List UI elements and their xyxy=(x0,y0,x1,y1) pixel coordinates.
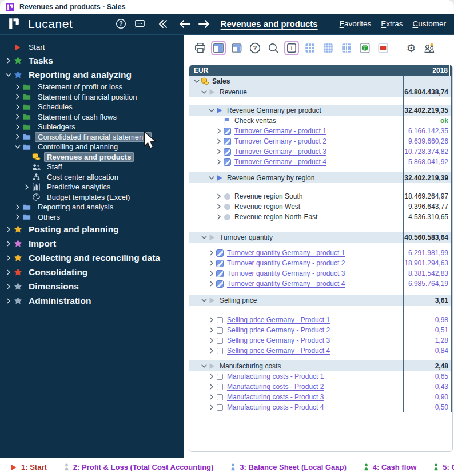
sidebar-item-start[interactable]: Start xyxy=(0,41,184,53)
chevron-right-icon[interactable] xyxy=(208,317,215,323)
table-row-turnover-germany-product-4[interactable]: Turnover Germany - product 45.868.041,92 xyxy=(189,157,452,167)
sidebar-item-schedules[interactable]: Schedules xyxy=(0,102,184,112)
gear-icon[interactable]: ⚙ xyxy=(404,41,419,55)
table-row-revenue-germany-by-region[interactable]: Revenue Germany by region32.402.219,39 xyxy=(189,172,452,183)
row-label[interactable]: Turnover Germany - product 1 xyxy=(234,127,326,135)
sidebar-item-administration[interactable]: Administration xyxy=(0,293,184,308)
sidebar-item-statement-of-financial-position[interactable]: Statement of financial position xyxy=(0,92,184,102)
row-label[interactable]: Turnover quantity Germany - product 1 xyxy=(227,249,345,257)
chevron-down-icon[interactable] xyxy=(200,235,208,240)
chevron-right-icon[interactable] xyxy=(5,241,13,247)
chevron-right-icon[interactable] xyxy=(208,374,215,379)
table-row-turnover-germany-product-2[interactable]: Turnover Germany - product 29.639.660,26 xyxy=(189,136,452,146)
row-label[interactable]: Manufacturing costs - Product 2 xyxy=(227,383,324,391)
sidebar-item-subledgers[interactable]: Subledgers xyxy=(0,122,184,132)
chevron-down-icon[interactable] xyxy=(200,298,208,303)
table-row-selling-price-germany-product-1[interactable]: Selling price Germany - Product 10,98 xyxy=(189,315,452,325)
layout-top-icon[interactable] xyxy=(229,41,244,55)
table-row-selling-price-germany-product-3[interactable]: Selling price Germany - Product 31,28 xyxy=(189,335,452,346)
chevron-right-icon[interactable] xyxy=(215,204,222,209)
sidebar-item-budget-templates-excel[interactable]: Budget templates (Excel) xyxy=(0,192,184,203)
chevron-right-icon[interactable] xyxy=(215,193,222,199)
table-row-revenue-region-south[interactable]: Revenue region South18.469.264,97 xyxy=(189,191,452,201)
chevron-down-icon[interactable] xyxy=(208,175,215,181)
chevron-right-icon[interactable] xyxy=(208,281,215,287)
table-row-revenue[interactable]: Revenue64.804.438,74 xyxy=(189,86,452,97)
sidebar-item-staff[interactable]: Staff xyxy=(0,162,184,172)
sidebar-item-controlling-and-planning[interactable]: Controlling and planning xyxy=(0,142,184,152)
taskbar-tab-2-profit-loss-total-cost-accounting[interactable]: 2: Profit & Loss (Total Cost Accounting) xyxy=(64,463,214,471)
table-row-manufacturing-costs-product-2[interactable]: Manufacturing costs - Product 20,43 xyxy=(189,382,452,392)
chevron-down-icon[interactable] xyxy=(208,108,215,113)
chevron-right-icon[interactable] xyxy=(14,84,22,90)
sidebar-item-dimensions[interactable]: Dimensions xyxy=(0,279,184,293)
sidebar-item-posting-and-planning[interactable]: Posting and planning xyxy=(0,222,184,236)
table-row-revenue-germany-per-product[interactable]: Revenue Germany per product32.402.219,35 xyxy=(189,105,452,116)
sidebar-item-tasks[interactable]: Tasks xyxy=(0,53,184,68)
chevron-right-icon[interactable] xyxy=(208,394,215,400)
feedback-chat-icon[interactable] xyxy=(133,17,148,31)
table-row-turnover-germany-product-3[interactable]: Turnover Germany - product 310.728.374,8… xyxy=(189,146,452,157)
row-label[interactable]: Turnover Germany - product 2 xyxy=(234,137,326,145)
table-row-turnover-quantity-germany-product-1[interactable]: Turnover quantity Germany - product 16.2… xyxy=(189,248,452,258)
chevron-down-icon[interactable] xyxy=(14,144,22,150)
sidebar-item-others[interactable]: Others xyxy=(0,212,184,223)
table-row-turnover-germany-product-1[interactable]: Turnover Germany - product 16.166.142,35 xyxy=(189,126,452,136)
row-label[interactable]: Turnover Germany - product 4 xyxy=(234,158,326,166)
sidebar-item-predictive-analytics[interactable]: Predictive analytics xyxy=(0,182,184,192)
red-bar-icon[interactable] xyxy=(376,41,391,55)
row-label[interactable]: Turnover quantity Germany - product 4 xyxy=(227,280,345,288)
users-icon[interactable] xyxy=(422,41,437,55)
row-label[interactable]: Turnover quantity Germany - product 2 xyxy=(227,259,345,267)
sidebar-item-reporting-and-analyzing[interactable]: Reporting and analyzing xyxy=(0,68,184,82)
chevron-right-icon[interactable] xyxy=(14,134,22,140)
table-row-check-ventas[interactable]: Check ventasok xyxy=(189,116,452,126)
chevron-right-icon[interactable] xyxy=(14,94,22,100)
taskbar-tab-5-cash-flow-direct[interactable]: 5: Cash flow (direct xyxy=(433,463,454,471)
chevron-right-icon[interactable] xyxy=(5,58,13,64)
table-row-selling-price-germany-product-2[interactable]: Selling price Germany - Product 20,51 xyxy=(189,325,452,335)
table-row-turnover-quantity[interactable]: Turnover quantity40.560.583,64 xyxy=(189,232,452,243)
text-cell-icon[interactable]: t xyxy=(284,41,299,55)
sidebar-item-cost-center-allocation[interactable]: Cost center allocation xyxy=(0,172,184,183)
chevron-right-icon[interactable] xyxy=(23,184,31,190)
taskbar-tab-1-start[interactable]: 1: Start xyxy=(10,463,47,471)
chevron-right-icon[interactable] xyxy=(208,260,215,266)
row-label[interactable]: Selling price Germany - Product 3 xyxy=(227,336,330,344)
table-row-sales[interactable]: Sales xyxy=(189,76,452,86)
help-icon[interactable]: ? xyxy=(248,41,262,55)
sidebar-item-statement-of-profit-or-loss[interactable]: Statement of profit or loss xyxy=(0,82,184,92)
grid-large-icon[interactable] xyxy=(339,41,354,55)
chevron-right-icon[interactable] xyxy=(215,214,222,220)
cube-icon[interactable] xyxy=(357,41,372,55)
row-label[interactable]: Manufacturing costs - Product 3 xyxy=(227,393,324,401)
chevron-right-icon[interactable] xyxy=(215,128,222,134)
chevron-down-icon[interactable] xyxy=(200,89,208,95)
collapse-sidebar-icon[interactable] xyxy=(155,17,170,31)
chevron-right-icon[interactable] xyxy=(215,149,222,154)
forward-arrow-icon[interactable] xyxy=(197,17,212,31)
table-row-selling-price[interactable]: Selling price3,61 xyxy=(189,295,452,306)
table-row-selling-price-germany-product-4[interactable]: Selling price Germany - Product 40,84 xyxy=(189,346,452,356)
row-label[interactable]: Selling price Germany - Product 4 xyxy=(227,347,330,355)
chevron-right-icon[interactable] xyxy=(215,159,222,165)
chevron-right-icon[interactable] xyxy=(5,269,13,275)
table-row-manufacturing-costs-product-4[interactable]: Manufacturing costs - Product 40,50 xyxy=(189,402,452,412)
taskbar-tab-4-cash-flow[interactable]: 4: Cash flow xyxy=(364,463,417,471)
sidebar-item-import[interactable]: Import xyxy=(0,236,184,251)
sidebar-item-statement-of-cash-flows[interactable]: Statement of cash flows xyxy=(0,112,184,122)
chevron-right-icon[interactable] xyxy=(14,114,22,120)
grid-medium-icon[interactable] xyxy=(321,41,336,55)
chevron-right-icon[interactable] xyxy=(14,204,22,210)
sidebar-item-collecting-and-reconciling-data[interactable]: Collecting and reconciling data xyxy=(0,251,184,265)
chevron-right-icon[interactable] xyxy=(215,138,222,144)
table-row-manufacturing-costs[interactable]: Manufacturing costs2,48 xyxy=(189,360,452,371)
chevron-right-icon[interactable] xyxy=(208,338,215,343)
row-label[interactable]: Turnover Germany - product 3 xyxy=(234,148,326,156)
table-row-manufacturing-costs-product-3[interactable]: Manufacturing costs - Product 30,90 xyxy=(189,392,452,402)
current-view-title[interactable]: Revenues and products xyxy=(221,19,318,29)
chevron-right-icon[interactable] xyxy=(5,227,13,232)
chevron-down-icon[interactable] xyxy=(193,78,200,84)
chevron-right-icon[interactable] xyxy=(208,404,215,410)
chevron-down-icon[interactable] xyxy=(5,72,13,78)
